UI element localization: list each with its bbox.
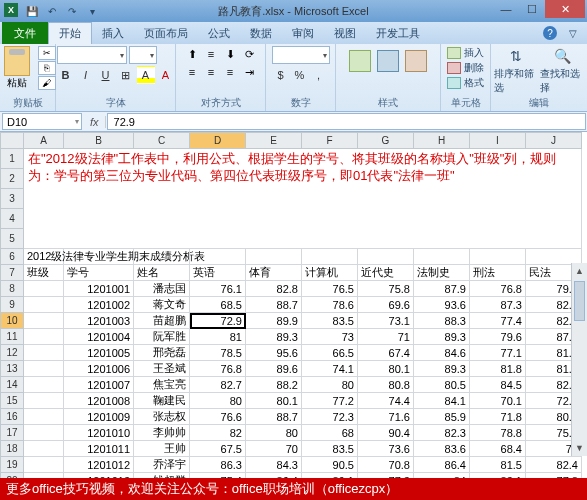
format-table-button[interactable]: [377, 50, 399, 73]
cell[interactable]: [414, 249, 470, 265]
scroll-up-icon[interactable]: ▲: [572, 263, 587, 279]
cell[interactable]: 74.4: [358, 393, 414, 409]
row-header-4[interactable]: 4: [0, 209, 24, 229]
cell[interactable]: 84.3: [246, 457, 302, 473]
cell[interactable]: 71.6: [358, 409, 414, 425]
cell[interactable]: 81.8: [470, 361, 526, 377]
instruction-cell[interactable]: 在"2012级法律"工作表中，利用公式、根据学生的学号、将其班级的名称填入"班级…: [24, 149, 582, 249]
save-icon[interactable]: 💾: [24, 3, 40, 19]
row-header-17[interactable]: 17: [0, 425, 24, 441]
sort-filter-button[interactable]: ⇅排序和筛选: [494, 46, 538, 95]
cell[interactable]: 78.8: [470, 425, 526, 441]
name-box[interactable]: D10: [2, 113, 82, 130]
cell[interactable]: 89.3: [246, 329, 302, 345]
font-family-select[interactable]: [57, 46, 127, 64]
cell[interactable]: 68: [302, 425, 358, 441]
cell[interactable]: [302, 249, 358, 265]
cell[interactable]: 2012级法律专业学生期末成绩分析表: [24, 249, 64, 265]
cell[interactable]: 72.9: [190, 313, 246, 329]
cell[interactable]: 70: [246, 441, 302, 457]
cell-styles-button[interactable]: [405, 50, 427, 73]
col-header-H[interactable]: H: [414, 132, 470, 149]
row-header-1[interactable]: 1: [0, 149, 24, 169]
close-button[interactable]: ✕: [545, 0, 585, 18]
col-header-D[interactable]: D: [190, 132, 246, 149]
cell[interactable]: [134, 249, 190, 265]
cell[interactable]: [24, 345, 64, 361]
cell[interactable]: 72.3: [302, 409, 358, 425]
col-header-E[interactable]: E: [246, 132, 302, 149]
percent-icon[interactable]: %: [291, 66, 309, 84]
cell[interactable]: 71.8: [470, 409, 526, 425]
currency-icon[interactable]: $: [272, 66, 290, 84]
cell[interactable]: 88.7: [246, 297, 302, 313]
cell[interactable]: 67.4: [358, 345, 414, 361]
font-color-button[interactable]: A: [157, 66, 175, 84]
cell[interactable]: 70.8: [358, 457, 414, 473]
cell[interactable]: 王帅: [134, 441, 190, 457]
cell[interactable]: 80.1: [246, 393, 302, 409]
cell[interactable]: 80: [190, 393, 246, 409]
number-format-select[interactable]: [272, 46, 330, 64]
cell[interactable]: 李帅帅: [134, 425, 190, 441]
cell[interactable]: 78.6: [302, 297, 358, 313]
cell[interactable]: 76.8: [470, 281, 526, 297]
cell[interactable]: 82.3: [414, 425, 470, 441]
tab-review[interactable]: 审阅: [282, 23, 324, 44]
cell[interactable]: 体育: [246, 265, 302, 281]
cell[interactable]: 89.9: [246, 313, 302, 329]
formula-input[interactable]: 72.9: [107, 113, 586, 130]
cell[interactable]: [64, 249, 134, 265]
cell[interactable]: 1201003: [64, 313, 134, 329]
cell[interactable]: 69.6: [358, 297, 414, 313]
cell[interactable]: 87.9: [414, 281, 470, 297]
fx-icon[interactable]: fx: [84, 116, 106, 128]
cell[interactable]: 71: [358, 329, 414, 345]
indent-icon[interactable]: ⇥: [240, 64, 258, 80]
cell[interactable]: 73: [302, 329, 358, 345]
cell[interactable]: 蒋文奇: [134, 297, 190, 313]
cell[interactable]: 邢尧磊: [134, 345, 190, 361]
cell[interactable]: 82.7: [190, 377, 246, 393]
cell[interactable]: 1201009: [64, 409, 134, 425]
col-header-A[interactable]: A: [24, 132, 64, 149]
comma-icon[interactable]: ,: [310, 66, 328, 84]
cell[interactable]: 张志权: [134, 409, 190, 425]
cell[interactable]: [246, 249, 302, 265]
row-header-14[interactable]: 14: [0, 377, 24, 393]
format-painter-icon[interactable]: 🖌: [38, 76, 56, 90]
tab-insert[interactable]: 插入: [92, 23, 134, 44]
font-size-select[interactable]: [129, 46, 157, 64]
worksheet[interactable]: ABCDEFGHIJ 12345678910111213141516171819…: [0, 132, 587, 478]
tab-formulas[interactable]: 公式: [198, 23, 240, 44]
tab-layout[interactable]: 页面布局: [134, 23, 198, 44]
row-header-7[interactable]: 7: [0, 265, 24, 281]
cell[interactable]: 80.1: [358, 361, 414, 377]
tab-dev[interactable]: 开发工具: [366, 23, 430, 44]
cell[interactable]: [24, 281, 64, 297]
cell[interactable]: 学号: [64, 265, 134, 281]
cell[interactable]: 70.1: [470, 393, 526, 409]
col-header-J[interactable]: J: [526, 132, 582, 149]
cell[interactable]: [24, 393, 64, 409]
cell[interactable]: 姓名: [134, 265, 190, 281]
row-header-3[interactable]: 3: [0, 189, 24, 209]
cell[interactable]: 88.7: [246, 409, 302, 425]
cell[interactable]: [24, 313, 64, 329]
cell[interactable]: 83.5: [302, 441, 358, 457]
row-header-9[interactable]: 9: [0, 297, 24, 313]
cell[interactable]: 89.3: [414, 329, 470, 345]
cell[interactable]: 1201008: [64, 393, 134, 409]
border-button[interactable]: ⊞: [117, 66, 135, 84]
cell[interactable]: 90.4: [358, 425, 414, 441]
row-header-5[interactable]: 5: [0, 229, 24, 249]
cell[interactable]: 乔泽宇: [134, 457, 190, 473]
copy-icon[interactable]: ⎘: [38, 61, 56, 75]
cell[interactable]: 1201011: [64, 441, 134, 457]
cell[interactable]: 76.5: [302, 281, 358, 297]
cell[interactable]: 苗超鹏: [134, 313, 190, 329]
cell[interactable]: 计算机: [302, 265, 358, 281]
cell[interactable]: 近代史: [358, 265, 414, 281]
cell[interactable]: 81: [190, 329, 246, 345]
align-bottom-icon[interactable]: ⬇: [221, 46, 239, 62]
